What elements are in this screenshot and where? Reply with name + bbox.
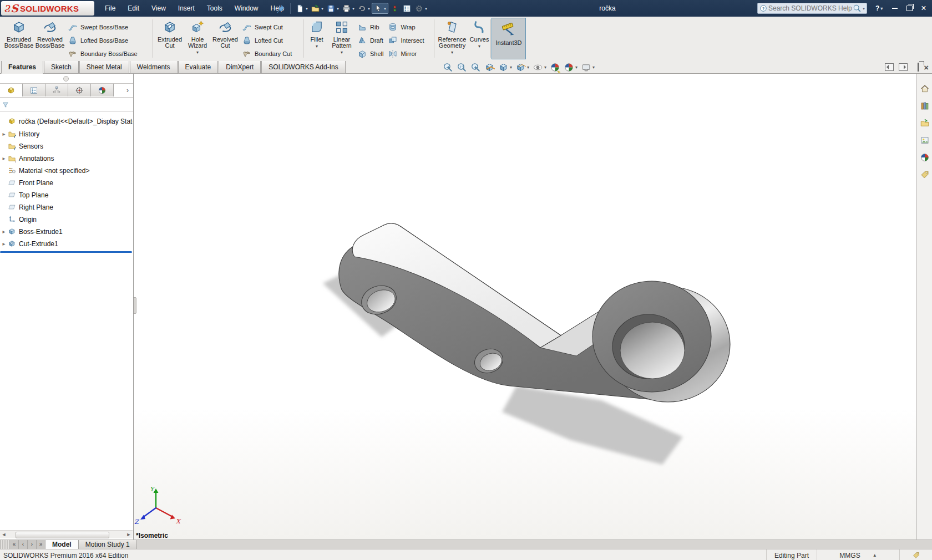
rebuild-button[interactable] [389,2,401,15]
previous-view-icon[interactable] [469,61,483,73]
featuremanager-tab[interactable] [0,84,23,96]
configurationmanager-tab[interactable] [45,84,68,96]
home-icon[interactable] [919,83,931,95]
menu-tools[interactable]: Tools [201,0,229,17]
expand-arrow-icon[interactable]: ▸ [0,131,8,137]
search-scope-dropdown-icon[interactable]: ▾ [863,6,865,11]
tree-horizontal-scrollbar[interactable]: ◄ ► [0,530,133,538]
rib-button[interactable]: Rib [355,21,386,34]
menu-insert[interactable]: Insert [172,0,201,17]
tree-item-top-plane[interactable]: Top Plane [0,190,133,200]
dropdown-arrow-icon[interactable]: ▾ [510,65,512,70]
linear-pattern-button[interactable]: Linear Pattern ▾ [328,17,355,55]
dropdown-arrow-icon[interactable]: ▾ [544,65,546,70]
menu-edit[interactable]: Edit [121,0,145,17]
collapse-pane-right-icon[interactable] [899,63,908,71]
tree-item-annotations[interactable]: ▸ A Annotations [0,153,133,164]
model-tab[interactable]: Model [45,540,79,549]
tab-features[interactable]: Features [1,61,43,74]
tab-bar-splitter[interactable] [0,540,10,549]
tab-weldments[interactable]: Weldments [130,61,178,74]
settings-gear-button[interactable]: ▾ [413,2,428,15]
tab-sketch[interactable]: Sketch [44,61,79,74]
next-tab-icon[interactable]: › [28,540,37,549]
dropdown-arrow-icon[interactable]: ▾ [451,50,453,55]
scroll-left-icon[interactable]: ◄ [0,531,8,538]
extruded-boss-base-button[interactable]: Extruded Boss/Base [3,17,34,49]
last-tab-icon[interactable]: » [37,540,45,549]
print-button[interactable]: ▾ [341,2,356,15]
revolved-cut-button[interactable]: Revolved Cut [211,17,240,49]
view-orientation-icon[interactable]: ▾ [497,61,514,73]
model-canvas[interactable]: Y X Z [134,74,916,539]
swept-boss-base-button[interactable]: Swept Boss/Base [65,21,140,34]
viewport-splitter-handle[interactable] [134,297,136,314]
displaymanager-tab[interactable] [91,84,114,96]
apply-scene-icon[interactable]: ▾ [562,61,579,73]
dropdown-arrow-icon[interactable]: ▾ [341,50,343,55]
help-search-box[interactable]: ▾ [757,3,867,14]
undo-button[interactable]: ▾ [356,2,371,15]
hole-wizard-button[interactable]: Hole Wizard ▾ [184,17,211,55]
tree-item-cut-extrude1[interactable]: ▸ Cut-Extrude1 [0,238,133,249]
propertymanager-tab[interactable] [23,84,45,96]
tab-dimxpert[interactable]: DimXpert [219,61,261,74]
tree-item-right-plane[interactable]: Right Plane [0,202,133,212]
dropdown-arrow-icon[interactable]: ▾ [352,6,354,11]
tree-item-boss-extrude1[interactable]: ▸ Boss-Extrude1 [0,226,133,237]
instant3d-button[interactable]: Instant3D [492,18,526,59]
tree-item-material[interactable]: Material <not specified> [0,165,133,176]
curves-button[interactable]: Curves ▾ [468,17,490,49]
graphics-viewport[interactable]: Y X Z *Isometric [134,74,916,539]
restore-button[interactable] [902,0,916,17]
new-document-button[interactable]: ▾ [294,2,309,15]
document-restore-button[interactable] [918,63,919,71]
select-tool-button[interactable]: ▾ [372,3,388,14]
dropdown-arrow-icon[interactable]: ▾ [527,65,529,70]
appearances-icon[interactable] [919,151,931,164]
design-library-icon[interactable] [919,100,931,112]
dropdown-arrow-icon[interactable]: ▾ [425,6,427,11]
zoom-to-fit-icon[interactable] [441,61,455,73]
boundary-boss-base-button[interactable]: Boundary Boss/Base [65,47,140,60]
tab-evaluate[interactable]: Evaluate [178,61,219,74]
expand-arrow-icon[interactable]: ▸ [0,228,8,235]
collapse-pane-left-icon[interactable] [885,63,894,71]
model-part[interactable] [339,223,730,402]
scroll-right-icon[interactable]: ► [125,531,133,538]
menu-window[interactable]: Window [229,0,265,17]
lofted-boss-base-button[interactable]: Lofted Boss/Base [65,34,140,47]
dropdown-arrow-icon[interactable]: ▾ [337,6,339,11]
wrap-button[interactable]: Wrap [386,21,426,34]
dropdown-arrow-icon[interactable]: ▾ [321,6,323,11]
revolved-boss-base-button[interactable]: Revolved Boss/Base [34,17,65,49]
swept-cut-button[interactable]: Swept Cut [240,21,294,34]
document-close-button[interactable]: × [924,63,929,72]
edit-appearance-icon[interactable] [548,61,562,73]
fillet-button[interactable]: Fillet ▾ [305,17,328,49]
tree-filter-input[interactable] [12,99,133,110]
previous-tab-icon[interactable]: ‹ [19,540,28,549]
mirror-button[interactable]: Mirror [386,47,426,60]
hide-show-items-icon[interactable]: ▾ [531,61,548,73]
first-tab-icon[interactable]: « [10,540,19,549]
shell-button[interactable]: Shell [355,47,386,60]
scrollbar-thumb[interactable] [16,532,109,538]
motion-study-tab[interactable]: Motion Study 1 [79,540,137,549]
dropdown-arrow-icon[interactable]: ▾ [880,6,883,11]
open-button[interactable]: ▾ [310,2,325,15]
menu-view[interactable]: View [145,0,172,17]
dropdown-arrow-icon[interactable]: ▾ [368,6,370,11]
dropdown-arrow-icon[interactable]: ▾ [478,44,480,49]
pin-icon[interactable] [275,2,287,15]
custom-properties-icon[interactable] [919,169,931,181]
menu-file[interactable]: File [99,0,121,17]
units-selector[interactable]: MMGS ▲ [817,549,899,560]
dropdown-arrow-icon[interactable]: ▾ [306,6,308,11]
tab-sheet-metal[interactable]: Sheet Metal [79,61,129,74]
close-button[interactable]: × [916,0,931,17]
custom-properties-tag-icon[interactable] [899,549,932,560]
help-menu-button[interactable]: ?▾ [875,0,883,17]
draft-button[interactable]: Draft [355,34,386,47]
panel-splitter-handle[interactable] [63,76,69,82]
